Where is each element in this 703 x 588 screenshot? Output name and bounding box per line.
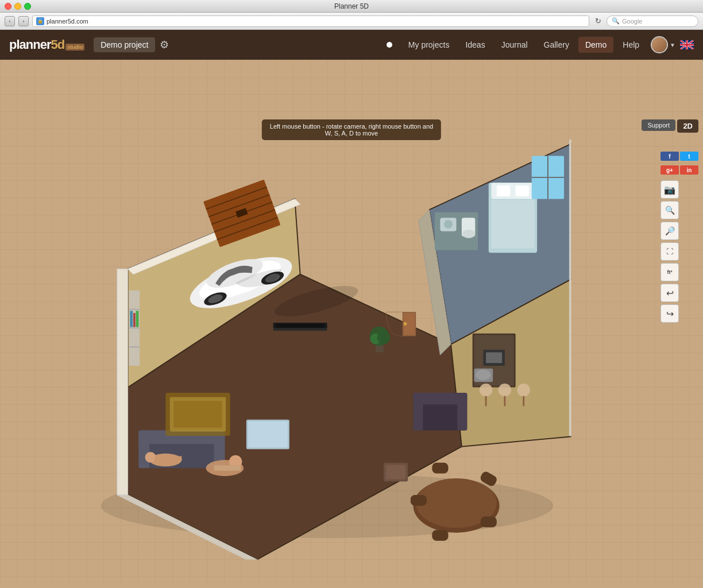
- svg-rect-86: [130, 311, 133, 327]
- facebook-button[interactable]: f: [660, 152, 679, 161]
- svg-rect-56: [248, 421, 288, 448]
- svg-point-71: [499, 384, 512, 397]
- svg-rect-29: [516, 185, 529, 196]
- project-name[interactable]: Demo project: [94, 37, 155, 52]
- avatar-dropdown-arrow: ▼: [670, 42, 675, 48]
- refresh-button[interactable]: ↻: [593, 16, 603, 26]
- svg-rect-88: [136, 311, 139, 327]
- undo-button[interactable]: ↩: [660, 284, 679, 302]
- zoom-out-button[interactable]: 🔎: [660, 222, 679, 240]
- app-navbar: planner5d studio Demo project ⚙ My proje…: [0, 30, 703, 60]
- nav-ideas[interactable]: Ideas: [458, 37, 492, 53]
- svg-point-70: [480, 384, 493, 397]
- social-buttons-row2: g+ in: [660, 165, 698, 175]
- browser-title: Planner 5D: [334, 2, 369, 10]
- zoom-in-button[interactable]: 🔍: [660, 201, 679, 219]
- svg-rect-47: [138, 431, 149, 469]
- search-bar[interactable]: 🔍 Google: [607, 16, 698, 27]
- svg-rect-28: [497, 185, 510, 196]
- nav-help[interactable]: Help: [616, 37, 646, 53]
- camera-button[interactable]: 📷: [660, 180, 679, 199]
- svg-rect-94: [386, 465, 406, 479]
- social-extra-button[interactable]: in: [680, 165, 698, 175]
- close-button[interactable]: [5, 3, 11, 10]
- nav-journal[interactable]: Journal: [495, 37, 535, 53]
- svg-rect-63: [411, 495, 427, 506]
- house-3d-view[interactable]: [83, 129, 571, 560]
- nav-separator-dot: [387, 42, 392, 48]
- svg-rect-92: [457, 393, 467, 431]
- traffic-lights: [5, 3, 31, 10]
- avatar-area[interactable]: ▼: [651, 36, 675, 53]
- logo-badge: studio: [65, 44, 84, 51]
- forward-button[interactable]: ›: [18, 16, 29, 26]
- nav-my-projects[interactable]: My projects: [401, 37, 457, 53]
- search-placeholder: Google: [622, 18, 642, 25]
- svg-rect-44: [276, 324, 324, 328]
- google-plus-button[interactable]: g+: [660, 165, 679, 175]
- camera-controls-tooltip: Left mouse button - rotate camera, right…: [262, 119, 441, 140]
- svg-marker-6: [117, 269, 128, 495]
- search-icon: 🔍: [612, 17, 620, 25]
- settings-button[interactable]: ⚙: [160, 38, 169, 51]
- view-2d-button[interactable]: 2D: [677, 119, 698, 133]
- url-bar[interactable]: 🔒 planner5d.com: [32, 16, 589, 27]
- svg-rect-67: [486, 353, 502, 363]
- svg-point-72: [517, 384, 530, 397]
- svg-rect-54: [214, 465, 241, 470]
- svg-point-81: [404, 322, 407, 326]
- svg-rect-87: [133, 313, 136, 327]
- svg-rect-61: [481, 517, 497, 528]
- maximize-button[interactable]: [24, 3, 31, 10]
- nav-links: My projects Ideas Journal Gallery Demo H…: [401, 37, 646, 53]
- svg-point-37: [462, 230, 476, 238]
- redo-button[interactable]: ↪: [660, 304, 679, 323]
- browser-titlebar: Planner 5D: [0, 0, 703, 13]
- support-button[interactable]: Support: [642, 119, 675, 131]
- url-text: planner5d.com: [47, 18, 88, 25]
- units-button[interactable]: ft²: [660, 263, 679, 281]
- twitter-button[interactable]: t: [680, 152, 698, 161]
- nav-gallery[interactable]: Gallery: [537, 37, 576, 53]
- main-viewport[interactable]: Left mouse button - rotate camera, right…: [0, 60, 703, 586]
- svg-point-50: [145, 452, 156, 463]
- browser-window: Planner 5D ‹ › 🔒 planner5d.com ↻ 🔍 Googl…: [0, 0, 703, 30]
- language-flag[interactable]: [680, 40, 694, 49]
- svg-rect-62: [432, 530, 448, 541]
- svg-rect-27: [491, 200, 534, 248]
- back-button[interactable]: ‹: [5, 16, 15, 26]
- svg-rect-78: [173, 401, 222, 428]
- svg-point-35: [444, 220, 453, 229]
- svg-point-41: [377, 331, 391, 345]
- browser-toolbar: ‹ › 🔒 planner5d.com ↻ 🔍 Google: [0, 13, 703, 30]
- user-avatar: [651, 36, 668, 53]
- minimize-button[interactable]: [14, 3, 21, 10]
- logo-area: planner5d studio: [9, 37, 84, 52]
- svg-rect-59: [432, 463, 448, 474]
- svg-marker-8: [569, 140, 571, 436]
- svg-point-69: [476, 370, 490, 381]
- url-security-icon: 🔒: [36, 17, 44, 25]
- fullscreen-button[interactable]: ⛶: [660, 242, 679, 261]
- social-buttons: f t: [660, 152, 698, 161]
- svg-rect-51: [155, 457, 182, 461]
- nav-demo[interactable]: Demo: [578, 37, 613, 53]
- right-sidebar: f t g+ in 📷 🔍 🔎 ⛶ ft² ↩ ↪: [660, 152, 698, 323]
- svg-rect-91: [414, 393, 423, 431]
- logo-text: planner5d: [9, 37, 64, 52]
